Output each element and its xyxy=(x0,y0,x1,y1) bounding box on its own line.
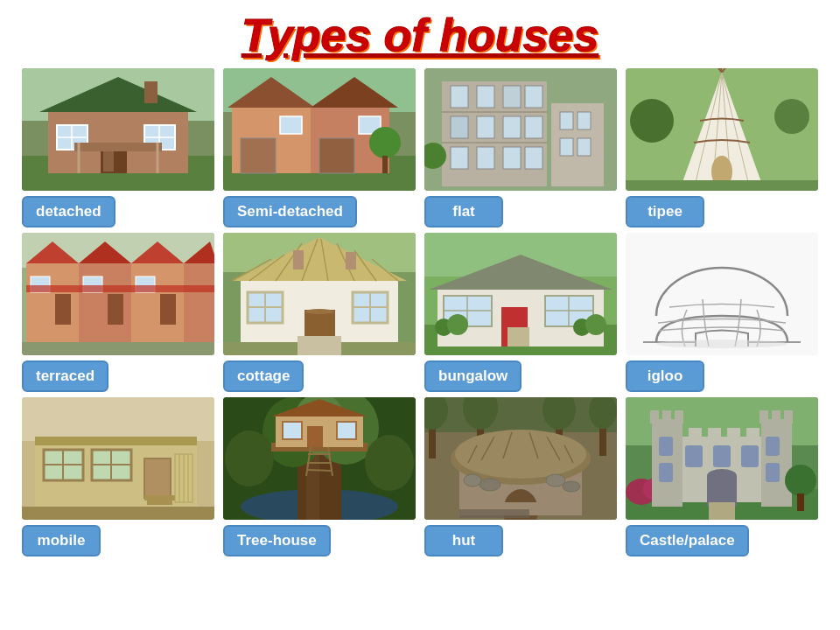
svg-rect-45 xyxy=(525,147,542,169)
svg-line-168 xyxy=(307,470,332,471)
label-flat: flat xyxy=(424,196,503,228)
svg-rect-215 xyxy=(784,410,793,424)
label-tipee: tipee xyxy=(626,196,704,228)
svg-rect-81 xyxy=(26,285,214,292)
svg-rect-96 xyxy=(346,252,356,270)
label-treehouse: Tree-house xyxy=(223,525,331,556)
svg-point-53 xyxy=(630,99,674,143)
svg-rect-213 xyxy=(760,410,768,424)
label-igloo: igloo xyxy=(626,360,704,392)
svg-rect-218 xyxy=(766,437,780,456)
svg-rect-211 xyxy=(662,410,671,424)
svg-point-191 xyxy=(464,474,481,486)
svg-rect-106 xyxy=(298,336,341,355)
svg-point-120 xyxy=(447,314,468,335)
svg-point-224 xyxy=(707,469,737,483)
svg-point-193 xyxy=(546,474,565,486)
label-cottage: cottage xyxy=(223,360,304,392)
image-mobile xyxy=(22,397,214,520)
image-hut xyxy=(424,397,617,520)
label-cell-mobile: mobile xyxy=(22,525,214,556)
svg-rect-42 xyxy=(451,147,468,169)
image-detached xyxy=(22,68,214,191)
label-terraced: terraced xyxy=(22,360,108,392)
svg-point-54 xyxy=(774,99,809,134)
svg-rect-80 xyxy=(160,294,176,325)
label-bungalow: bungalow xyxy=(424,360,522,392)
svg-rect-43 xyxy=(477,147,494,169)
svg-rect-123 xyxy=(508,327,529,346)
svg-rect-195 xyxy=(459,509,529,518)
label-mobile: mobile xyxy=(22,525,101,556)
image-flat xyxy=(424,68,617,191)
svg-rect-24 xyxy=(241,138,276,173)
svg-rect-82 xyxy=(22,342,214,355)
svg-rect-14 xyxy=(74,143,162,151)
svg-rect-219 xyxy=(766,463,780,482)
label-castle: Castle/palace xyxy=(626,525,749,556)
label-cell-cottage: cottage xyxy=(223,360,416,392)
svg-rect-210 xyxy=(650,410,659,424)
svg-rect-40 xyxy=(503,116,521,138)
svg-point-28 xyxy=(369,127,401,158)
svg-rect-204 xyxy=(708,428,721,445)
svg-rect-203 xyxy=(689,428,702,445)
image-castle xyxy=(626,397,818,520)
svg-point-129 xyxy=(656,340,788,348)
svg-rect-41 xyxy=(525,116,542,138)
svg-rect-34 xyxy=(451,86,468,108)
label-cell-flat: flat xyxy=(424,196,617,228)
svg-rect-142 xyxy=(144,495,175,500)
svg-rect-5 xyxy=(144,81,158,103)
svg-rect-38 xyxy=(451,116,468,138)
label-cell-semi: Semi-detached xyxy=(223,196,416,228)
label-semi-detached: Semi-detached xyxy=(223,196,357,228)
svg-rect-143 xyxy=(147,500,172,505)
image-terraced xyxy=(22,233,214,355)
svg-rect-73 xyxy=(184,263,214,342)
image-tipee xyxy=(626,68,818,191)
page-title: Types of houses xyxy=(242,9,598,61)
svg-point-194 xyxy=(563,481,580,492)
svg-rect-220 xyxy=(685,445,703,467)
svg-rect-216 xyxy=(659,437,673,456)
svg-rect-47 xyxy=(560,112,573,130)
svg-rect-221 xyxy=(713,445,731,467)
svg-rect-64 xyxy=(626,180,818,191)
svg-rect-217 xyxy=(659,463,673,482)
label-cell-terraced: terraced xyxy=(22,360,214,392)
svg-rect-227 xyxy=(797,494,804,511)
svg-rect-35 xyxy=(477,86,494,108)
svg-rect-163 xyxy=(307,426,323,447)
svg-rect-161 xyxy=(283,422,302,439)
image-igloo xyxy=(626,233,818,355)
svg-point-157 xyxy=(365,435,414,491)
svg-rect-50 xyxy=(578,138,591,156)
image-semi-detached xyxy=(223,68,416,191)
svg-rect-49 xyxy=(560,138,573,156)
svg-point-98 xyxy=(304,309,334,314)
svg-rect-141 xyxy=(144,458,171,498)
svg-rect-76 xyxy=(55,294,71,325)
svg-point-226 xyxy=(785,465,816,496)
svg-rect-29 xyxy=(382,156,388,173)
svg-rect-134 xyxy=(35,437,197,445)
svg-rect-78 xyxy=(108,294,123,325)
svg-rect-26 xyxy=(280,116,302,134)
image-bungalow xyxy=(424,233,617,355)
svg-rect-37 xyxy=(525,86,542,108)
svg-rect-222 xyxy=(741,445,759,467)
label-detached: detached xyxy=(22,196,116,228)
label-hut: hut xyxy=(424,525,503,556)
svg-rect-205 xyxy=(727,428,740,445)
label-cell-castle: Castle/palace xyxy=(626,525,818,556)
label-cell-treehouse: Tree-house xyxy=(223,525,416,556)
svg-point-192 xyxy=(480,479,500,491)
svg-rect-225 xyxy=(709,502,735,520)
svg-rect-48 xyxy=(578,112,591,130)
svg-rect-148 xyxy=(22,507,214,520)
svg-rect-212 xyxy=(675,410,683,424)
label-cell-bungalow: bungalow xyxy=(424,360,617,392)
svg-point-156 xyxy=(225,430,274,486)
label-cell-igloo: igloo xyxy=(626,360,818,392)
